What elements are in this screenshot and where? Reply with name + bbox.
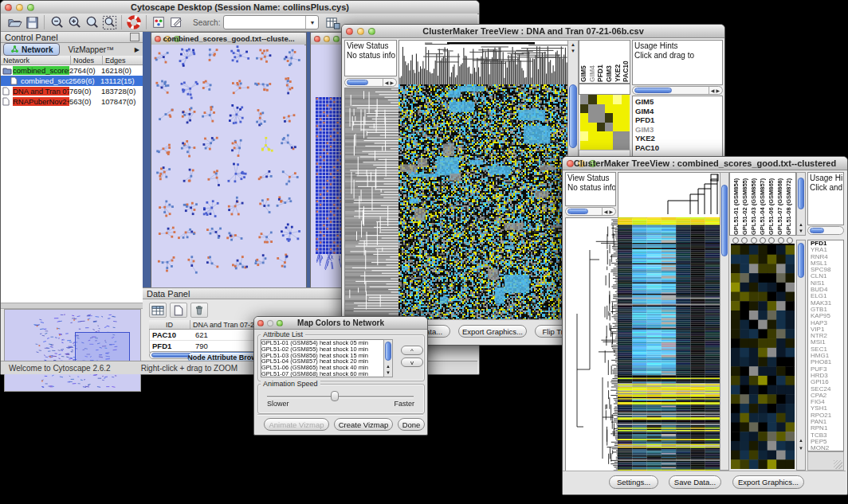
main-titlebar[interactable]: Cytoscape Desktop (Session Name: collins… [1, 1, 479, 14]
scroll-up-icon[interactable]: ▲ [797, 222, 805, 227]
resize-grip[interactable] [834, 460, 842, 469]
treeview2-gene-vscrollbar[interactable]: ▲ ▼ [796, 240, 806, 471]
tab-vizmapper[interactable]: VizMapper™ [60, 45, 122, 54]
col-header-edges[interactable]: Edges [103, 56, 143, 65]
column-label[interactable]: GIM5 [579, 42, 587, 82]
attribute-list-vscrollbar[interactable]: ▲ ▼ [383, 339, 393, 377]
search-input[interactable]: ▼ [223, 15, 319, 29]
export-graphics-button[interactable]: Export Graphics... [732, 475, 804, 489]
open-icon[interactable] [6, 14, 23, 31]
minimize-button[interactable] [324, 36, 330, 42]
scroll-left-icon[interactable]: ◀ [711, 88, 715, 93]
scroll-up-icon[interactable]: ▲ [384, 364, 392, 369]
scroll-right-icon[interactable]: ▶ [390, 80, 394, 85]
help-icon[interactable] [125, 14, 143, 31]
import-table-icon[interactable] [324, 14, 341, 31]
gene-label[interactable]: PFD1 [633, 115, 722, 125]
scroll-down-icon[interactable]: ▼ [568, 49, 578, 53]
attr-col-id[interactable]: ID [149, 320, 190, 330]
scroll-up-icon[interactable]: ▲ [568, 42, 578, 47]
speed-slider-track[interactable] [267, 396, 414, 398]
treeview2-status-hscrollbar[interactable]: ◀▶ [565, 207, 616, 216]
scroll-up-icon[interactable]: ▲ [797, 438, 805, 443]
delete-attribute-icon[interactable] [190, 303, 208, 318]
col-header-network[interactable]: Network [1, 56, 71, 65]
network-table-row[interactable]: combined_scores2764(0)16218(0) [1, 65, 143, 76]
zoom-in-icon[interactable] [65, 14, 83, 31]
gene-label[interactable]: PAC10 [633, 143, 722, 153]
column-label[interactable]: GPL51-06 (GSM865) [768, 174, 775, 235]
network-canvas-1[interactable] [151, 45, 304, 287]
column-label[interactable]: GPL51-03 (GSM856) [750, 174, 758, 235]
speed-slider-thumb[interactable] [331, 391, 339, 401]
col-header-nodes[interactable]: Nodes [71, 56, 103, 65]
scroll-right-icon[interactable]: ▶ [716, 88, 720, 93]
column-label[interactable]: PFD1 [596, 42, 604, 82]
treeview1-column-dendrogram[interactable] [398, 40, 569, 85]
treeview1-status-hscrollbar[interactable]: ◀▶ [344, 78, 397, 87]
gene-label[interactable]: GIM4 [633, 107, 722, 116]
save-data-button[interactable]: Save Data... [669, 475, 721, 489]
gene-label[interactable]: YKE2 [633, 134, 722, 143]
network-overview-navigator[interactable] [4, 309, 141, 392]
animate-vizmap-button[interactable]: Animate Vizmap [264, 418, 329, 431]
scroll-left-icon[interactable]: ◀ [385, 80, 389, 85]
treeview2-global-heatmap[interactable] [618, 217, 720, 471]
settings-button[interactable]: Settings... [609, 475, 658, 489]
column-label[interactable]: GIM4 [588, 42, 596, 82]
column-label[interactable]: GPL51-02 (GSM855) [741, 174, 749, 235]
scroll-left-icon[interactable]: ◀ [604, 209, 608, 214]
column-label[interactable]: GPL51-01 (GSM854) [732, 174, 740, 235]
column-label[interactable]: GPL51-08 (GSM872) [785, 174, 793, 235]
network-table-row[interactable]: combined_sco2569(6)13112(15) [1, 76, 143, 86]
annotation-icon[interactable] [167, 14, 185, 31]
zoom-button[interactable] [333, 36, 340, 42]
treeview2-column-dendrogram[interactable] [618, 172, 721, 218]
treeview2-hints-hscrollbar[interactable] [807, 226, 844, 235]
float-panel-icon[interactable] [130, 33, 139, 41]
treeview1-hints-hscrollbar[interactable]: ◀▶ [632, 86, 723, 95]
close-button[interactable] [314, 36, 320, 42]
vizmapper-icon[interactable] [150, 14, 167, 31]
move-down-button[interactable]: v [401, 357, 423, 367]
save-icon[interactable] [23, 14, 41, 31]
network-window1-titlebar[interactable]: combined_scores_good.txt--cluste... [151, 33, 306, 45]
gene-label[interactable]: GIM3 [633, 125, 722, 135]
network-table-row[interactable]: DNA and Tran 07769(0)183728(0) [1, 86, 143, 96]
scroll-right-icon[interactable]: ▶ [609, 209, 613, 214]
treeview2-titlebar[interactable]: ClusterMaker TreeView : combined_scores_… [563, 157, 847, 170]
column-label[interactable]: GPL51-07 (GSM868) [776, 174, 784, 235]
column-label[interactable]: GIM3 [605, 42, 613, 82]
treeview2-zoom-heatmap[interactable] [731, 245, 795, 469]
panel-splitter[interactable] [1, 303, 143, 309]
zoom-fit-icon[interactable] [100, 14, 118, 31]
gene-label[interactable]: MON2 [808, 445, 843, 451]
tab-network[interactable]: Network [3, 43, 60, 56]
scroll-down-icon[interactable]: ▼ [384, 370, 392, 375]
tab-overflow-arrow[interactable]: ▶ [135, 46, 139, 53]
zoom-out-icon[interactable] [48, 14, 65, 31]
search-dropdown-arrow-icon[interactable]: ▼ [305, 16, 318, 29]
treeview1-titlebar[interactable]: ClusterMaker TreeView : DNA and Tran 07-… [342, 25, 724, 38]
create-attribute-icon[interactable] [170, 303, 187, 318]
scroll-down-icon[interactable]: ▼ [797, 229, 805, 233]
treeview1-row-dendrogram[interactable] [344, 88, 400, 321]
treeview1-zoom-heatmap[interactable] [580, 95, 630, 150]
attribute-item[interactable]: GPL51-07 (GSM868) heat shock 60 min [261, 371, 392, 377]
treeview2-vscrollbar[interactable] [720, 172, 729, 471]
gene-label[interactable]: GIM5 [633, 97, 722, 107]
scroll-down-icon[interactable]: ▼ [797, 446, 805, 451]
attribute-table-icon[interactable] [149, 303, 167, 318]
export-graphics-button[interactable]: Export Graphics... [458, 325, 527, 338]
move-up-button[interactable]: ^ [401, 346, 423, 355]
column-label[interactable]: PAC10 [622, 42, 630, 82]
treeview2-label-vscrollbar[interactable]: ▲ ▼ [796, 172, 806, 236]
dialog-titlebar[interactable]: Map Colors to Network [254, 317, 427, 330]
zoom-selected-icon[interactable] [83, 14, 100, 31]
create-vizmap-button[interactable]: Create Vizmap [334, 418, 393, 431]
done-button[interactable]: Done [398, 418, 425, 431]
treeview2-row-dendrogram[interactable] [565, 217, 619, 472]
network-table-row[interactable]: RNAPuberNov2+l563(0)107847(0) [1, 96, 143, 107]
column-label[interactable]: YKE2 [614, 42, 622, 82]
column-label[interactable]: GPL51-04 (GSM857) [759, 174, 767, 235]
